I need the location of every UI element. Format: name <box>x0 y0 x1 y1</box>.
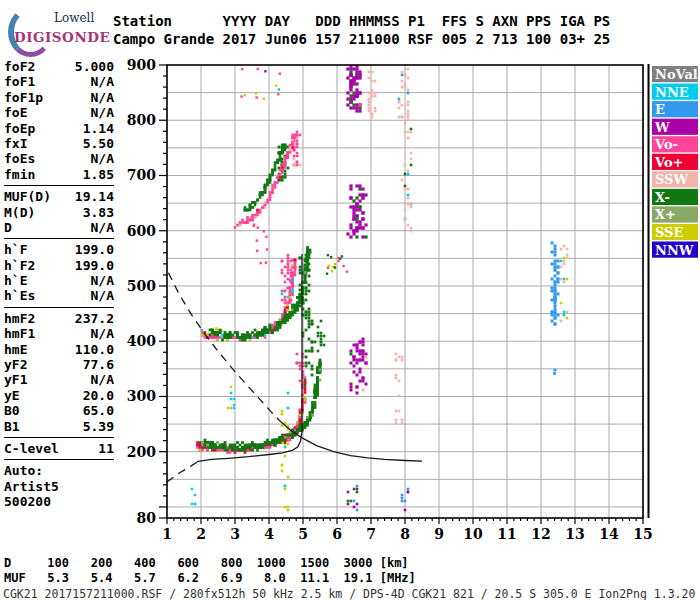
x-tick-label: 12 <box>531 526 550 542</box>
legend-label: X+ <box>655 207 676 222</box>
y-tick-label: 300 <box>127 388 156 404</box>
y-tick-label: 700 <box>127 167 156 183</box>
x-tick-label: 3 <box>230 526 240 542</box>
x-tick-label: 2 <box>196 526 206 542</box>
x-tick-label: 6 <box>332 526 342 542</box>
x-tick-label: 1 <box>162 526 172 542</box>
y-tick-label: 400 <box>127 333 156 349</box>
legend-label: NNE <box>655 85 689 100</box>
x-tick-label: 4 <box>264 526 274 542</box>
axis-ticks <box>159 65 643 524</box>
footer-status-line: CGK21_2017157211000.RSF / 280fx512h 50 k… <box>3 587 695 600</box>
x-tick-label: 10 <box>463 526 483 542</box>
y-tick-label: 800 <box>127 112 156 128</box>
distance-muf-scale-rows: D 100 200 400 600 800 1000 1500 3000 [km… <box>4 556 416 586</box>
legend-label: X- <box>655 190 670 205</box>
x-tick-label: 7 <box>366 526 376 542</box>
x-tick-label: 14 <box>599 526 619 542</box>
legend-label: NoVal <box>655 67 698 82</box>
x-tick-label: 5 <box>298 526 308 542</box>
direction-legend: NoValNNEEWVo-Vo+SSWX-X+SSENNW <box>652 66 698 258</box>
x-tick-label: 15 <box>633 526 652 542</box>
x-tick-label: 9 <box>434 526 444 542</box>
legend-label: NNW <box>655 243 694 258</box>
legend-label: E <box>655 102 665 117</box>
transmission-curve-dashed <box>168 273 279 421</box>
y-tick-label: 200 <box>127 444 156 460</box>
legend-label: Vo+ <box>654 155 683 170</box>
y-tick-label: 900 <box>127 57 156 73</box>
x-tick-label: 8 <box>400 526 410 542</box>
legend-label: SSW <box>655 172 688 187</box>
profile-solid <box>197 254 302 462</box>
ionogram-plot: 9008007006005004003002008012345678910111… <box>0 0 700 600</box>
axis-labels: 9008007006005004003002008012345678910111… <box>127 57 653 542</box>
legend-label: SSE <box>655 225 683 240</box>
x-tick-label: 11 <box>497 526 516 542</box>
x-tick-label: 13 <box>565 526 584 542</box>
y-tick-label: 600 <box>127 223 156 239</box>
y-tick-label: 500 <box>127 278 156 294</box>
y-tick-label: 80 <box>137 510 157 526</box>
legend-label: W <box>654 120 670 135</box>
legend-label: Vo- <box>654 137 678 152</box>
ionogram-screen: Lowell DIGISONDE Station YYYY DAY DDD HH… <box>0 0 700 600</box>
